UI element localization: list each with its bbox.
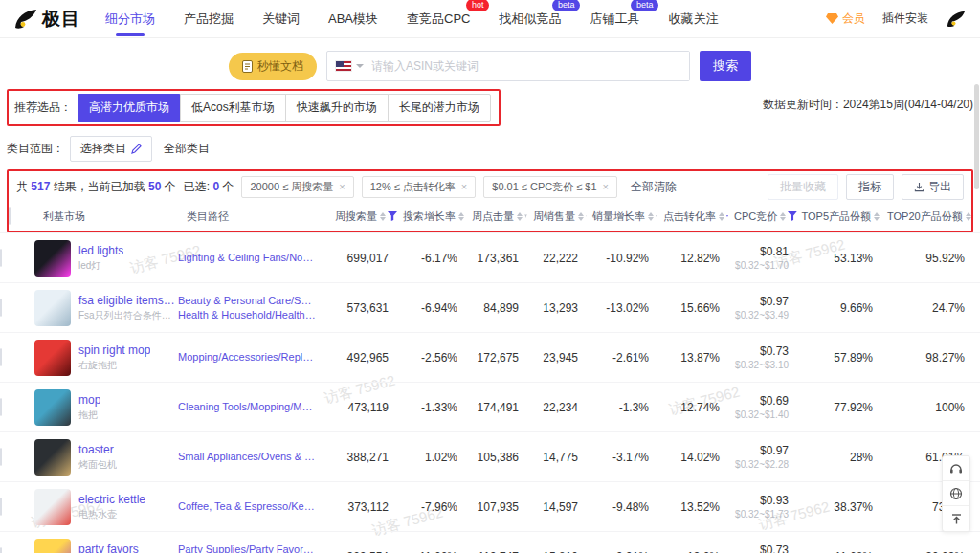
member-link[interactable]: 会员 [826,11,865,27]
metrics-button[interactable]: 指标 [846,174,894,200]
column-header-6[interactable]: 周销售量 [533,210,592,224]
column-header-7[interactable]: 销量增长率 [592,210,663,224]
column-header-5[interactable]: 周点击量 [472,210,533,224]
column-header-3[interactable]: 周搜索量 [334,210,403,224]
remove-chip-icon[interactable]: × [339,181,345,192]
niche-name-link[interactable]: electric kettle [78,493,145,506]
category-path-cell[interactable]: Coffee, Tea & Espresso/Kettles & T... [178,499,325,514]
filter-funnel-icon[interactable] [388,211,397,221]
doc-guide-button[interactable]: 秒懂文档 [229,53,317,80]
product-thumbnail[interactable] [34,489,71,525]
column-header-8[interactable]: 点击转化率 [663,210,734,224]
filter-funnel-icon[interactable] [586,211,587,221]
column-header-11[interactable]: TOP20产品份额 [887,210,979,224]
row-checkbox[interactable] [0,498,2,516]
recommend-tab-4[interactable]: 长尾的潜力市场 [388,94,491,122]
category-path-cell[interactable]: Mopping/Accessories/Replacemen... [178,350,325,365]
back-to-top-button[interactable] [943,506,969,531]
brand-logo-icon [13,8,38,31]
category-scope-row: 类目范围： 选择类目 全部类目 [7,135,973,162]
product-thumbnail[interactable] [34,340,71,376]
select-all-checkbox[interactable] [9,207,11,225]
nav-item-1[interactable]: 细分市场 [105,0,155,38]
remove-chip-icon[interactable]: × [603,181,609,192]
brand-mark-icon[interactable] [946,10,967,29]
conversion-rate-value: 13.87% [655,351,725,365]
sort-icon[interactable] [458,212,464,221]
category-path-cell[interactable]: Cleaning Tools/Mopping/Mops & ... [178,400,325,414]
results-annotation-box: 共 517 结果，当前已加载 50 个 已选: 0 个 20000 ≤ 周搜索量… [7,169,973,232]
row-checkbox[interactable] [0,547,2,553]
week-clicks-value: 172,675 [463,351,524,365]
scrollbar[interactable] [974,84,979,189]
cpc-range: $0.32~$3.49 [725,310,789,321]
row-checkbox[interactable] [0,348,2,366]
row-checkbox[interactable] [0,398,2,416]
niche-name-link[interactable]: spin right mop [78,343,150,357]
category-path-cell[interactable]: Beauty & Personal Care/Skin Care/...Heal… [178,294,325,322]
category-path-line: Beauty & Personal Care/Skin Care/... [178,294,316,308]
product-thumbnail[interactable] [34,240,71,276]
nav-item-3[interactable]: 关键词 [262,0,300,38]
sort-icon[interactable] [648,212,654,221]
sort-icon[interactable] [780,212,786,221]
sort-icon[interactable] [380,212,386,221]
sort-icon[interactable] [874,212,880,221]
row-checkbox[interactable] [0,299,2,317]
marketplace-select[interactable] [327,60,371,72]
product-thumbnail[interactable] [34,539,71,553]
category-path-cell[interactable]: Lighting & Ceiling Fans/Novelty Li... [178,251,325,265]
niche-name-link[interactable]: fsa eligible items only list [78,294,178,307]
category-path-cell[interactable]: Small Appliances/Ovens & Toaster... [178,450,325,464]
search-button[interactable]: 搜索 [700,51,751,81]
nav-item-5[interactable]: 查竞品CPChot [407,0,470,38]
table-row: toaster烤面包机Small Appliances/Ovens & Toas… [0,431,980,481]
nav-item-6[interactable]: 找相似竞品beta [499,0,561,38]
sort-icon[interactable] [719,212,724,221]
niche-name-link[interactable]: led lights [78,244,123,257]
community-button[interactable] [943,481,969,506]
nav-item-8[interactable]: 收藏关注 [668,0,718,38]
sort-icon[interactable] [517,212,523,221]
filter-funnel-icon[interactable] [726,211,728,221]
batch-favorite-button[interactable]: 批量收藏 [768,174,838,200]
row-checkbox[interactable] [0,448,2,466]
niche-name-link[interactable]: mop [78,393,100,407]
row-checkbox[interactable] [0,249,2,267]
filter-chip-2[interactable]: 12% ≤ 点击转化率× [362,176,477,198]
product-thumbnail[interactable] [34,290,71,326]
filter-funnel-icon[interactable] [524,211,527,221]
nav-item-2[interactable]: 产品挖掘 [184,0,234,38]
column-header-9[interactable]: CPC竞价 [734,210,803,224]
export-button[interactable]: 导出 [902,174,964,200]
recommend-tab-2[interactable]: 低Acos利基市场 [180,94,286,122]
cpc-range: $0.32~$1.40 [725,409,789,420]
product-thumbnail[interactable] [34,439,71,476]
niche-name-link[interactable]: party favors [78,542,139,553]
filter-funnel-icon[interactable] [656,211,657,221]
product-thumbnail[interactable] [34,389,71,426]
nav-item-7[interactable]: 店铺工具beta [590,0,639,38]
plugin-install-link[interactable]: 插件安装 [882,11,928,27]
recommend-tab-3[interactable]: 快速飙升的市场 [285,94,389,122]
search-growth-value: 11.22% [394,550,463,553]
sort-icon[interactable] [578,212,584,221]
filter-chip-1[interactable]: 20000 ≤ 周搜索量× [241,176,353,198]
column-header-10[interactable]: TOP5产品份额 [803,210,887,224]
category-path-cell[interactable]: Party Supplies/Party Favors/Multi-L...To… [178,542,325,553]
week-sales-value: 22,222 [524,252,584,265]
sort-icon[interactable] [966,212,971,221]
niche-name-link[interactable]: toaster [78,443,117,456]
search-input[interactable] [371,52,689,80]
brand-logo[interactable]: 极目 [13,7,80,32]
remove-chip-icon[interactable]: × [461,181,467,192]
conversion-rate-value: 12.74% [655,401,725,414]
nav-item-4[interactable]: ABA模块 [328,0,378,38]
category-select-button[interactable]: 选择类目 [70,136,152,162]
customer-service-button[interactable] [943,456,969,481]
clear-all-filters[interactable]: 全部清除 [631,179,677,195]
filter-funnel-icon[interactable] [788,211,797,221]
column-header-4[interactable]: 搜索增长率 [403,210,472,224]
filter-chip-3[interactable]: $0.01 ≤ CPC竞价 ≤ $1× [483,176,617,198]
recommend-tab-1[interactable]: 高潜力优质市场 [78,94,181,122]
